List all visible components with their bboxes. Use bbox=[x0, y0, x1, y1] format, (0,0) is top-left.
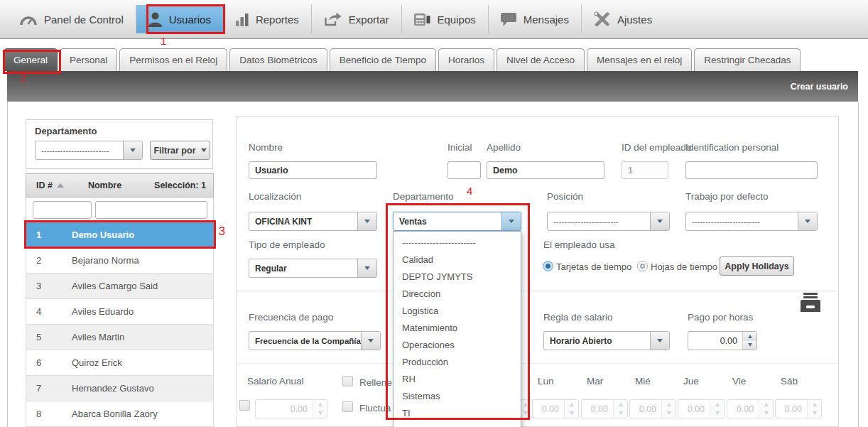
frecuencia-pago-select[interactable]: Frecuencia de la Compañía bbox=[249, 331, 381, 350]
nav-item-exportar[interactable]: Exportar bbox=[312, 5, 402, 33]
radio-dot bbox=[546, 264, 550, 269]
tipo-empleado-select[interactable]: Regular bbox=[249, 259, 377, 278]
dropdown-arrow-button[interactable] bbox=[650, 332, 669, 350]
tab-restringir-checadas[interactable]: Restringir Checadas bbox=[694, 48, 801, 71]
apply-holidays-button[interactable]: Apply Holidays bbox=[720, 256, 794, 276]
chevron-down-icon bbox=[130, 148, 136, 152]
row-id: 4 bbox=[26, 306, 72, 317]
dropdown-arrow-button[interactable] bbox=[501, 212, 521, 230]
dropdown-arrow-button[interactable] bbox=[357, 259, 376, 277]
table-filter-id-input[interactable] bbox=[33, 201, 92, 219]
dropdown-option[interactable]: ------------------------ bbox=[394, 234, 521, 252]
tarjetas-de-tiempo-label: Tarjetas de tiempo bbox=[556, 261, 631, 272]
dropdown-option[interactable]: Ventas bbox=[394, 422, 521, 427]
table-row[interactable]: 7 Hernandez Gustavo bbox=[26, 376, 214, 401]
salario-anual-checkbox[interactable] bbox=[239, 400, 250, 411]
fluctua-checkbox[interactable] bbox=[342, 401, 353, 412]
id-empleado-label: ID del empleado bbox=[622, 142, 691, 153]
row-name: Hernandez Gustavo bbox=[72, 383, 213, 394]
department-filter-select[interactable]: ------------------------- bbox=[35, 141, 143, 160]
hojas-de-tiempo-radio[interactable] bbox=[637, 261, 648, 271]
inicial-input[interactable] bbox=[447, 161, 481, 179]
row-id: 1 bbox=[26, 229, 72, 240]
table-row[interactable]: 4 Aviles Eduardo bbox=[26, 299, 214, 325]
dropdown-arrow-button[interactable] bbox=[123, 141, 142, 159]
tab-mensajes-en-el-reloj[interactable]: Mensajes en el reloj bbox=[587, 48, 692, 71]
dropdown-option[interactable]: RH bbox=[394, 371, 521, 388]
rellene-checkbox[interactable] bbox=[342, 376, 353, 387]
dropdown-option[interactable]: DEPTO JYMYTS bbox=[394, 269, 521, 286]
localizacion-select[interactable]: OFICINA KINT bbox=[249, 212, 377, 231]
tab-label: Datos Biométricos bbox=[239, 55, 318, 65]
tab-horarios[interactable]: Horarios bbox=[438, 48, 494, 71]
dropdown-option[interactable]: Direccion bbox=[394, 286, 521, 303]
column-header-name[interactable]: Nombre bbox=[88, 180, 121, 190]
dropdown-option[interactable]: Logistica bbox=[394, 303, 521, 320]
departamento-select[interactable]: Ventas bbox=[393, 212, 521, 231]
filter-by-button[interactable]: Filtrar por bbox=[150, 141, 210, 160]
nav-item-ajustes[interactable]: Ajustes bbox=[582, 5, 664, 33]
spinner-down-button[interactable] bbox=[743, 341, 756, 350]
annotation-number-3: 3 bbox=[219, 225, 225, 238]
nav-item-mensajes[interactable]: Mensajes bbox=[489, 5, 582, 33]
row-name: Quiroz Erick bbox=[72, 357, 213, 368]
tab-label: General bbox=[13, 55, 48, 65]
dropdown-arrow-button[interactable] bbox=[361, 332, 380, 350]
chevron-down-icon bbox=[805, 220, 810, 223]
spinner-arrows bbox=[613, 400, 627, 418]
nav-item-equipos[interactable]: Equipos bbox=[402, 5, 489, 33]
dropdown-arrow-button[interactable] bbox=[357, 212, 376, 230]
regla-salario-select[interactable]: Horario Abierto bbox=[543, 331, 670, 350]
tarjetas-de-tiempo-radio[interactable] bbox=[543, 261, 553, 271]
spinner-up-button[interactable] bbox=[743, 332, 756, 341]
chevron-down-icon bbox=[364, 266, 370, 270]
pago-por-horas-spinner[interactable]: 0.00 bbox=[688, 331, 757, 350]
nav-item-reportes[interactable]: Reportes bbox=[224, 5, 312, 33]
table-row[interactable]: 3 Aviles Camargo Said bbox=[26, 274, 214, 299]
table-row-selected[interactable]: 1 Demo Usuario bbox=[26, 222, 214, 248]
dropdown-option[interactable]: Producción bbox=[394, 354, 521, 371]
printer-icon[interactable] bbox=[800, 293, 821, 312]
user-table-filter-row bbox=[26, 198, 214, 222]
spinner-up-button bbox=[710, 400, 724, 409]
tab-label: Restringir Checadas bbox=[704, 55, 791, 65]
tab-permisos-en-el-reloj[interactable]: Permisos en el Reloj bbox=[119, 48, 227, 71]
tab-personal[interactable]: Personal bbox=[60, 48, 117, 71]
tab-beneficio-de-tiempo[interactable]: Beneficio de Tiempo bbox=[330, 48, 436, 71]
apellido-input[interactable] bbox=[487, 161, 604, 179]
create-user-button[interactable]: Crear usuario bbox=[791, 82, 848, 92]
sort-ascending-icon[interactable] bbox=[57, 183, 64, 188]
nav-item-usuarios[interactable]: Usuarios bbox=[136, 5, 224, 33]
radio-dot bbox=[640, 264, 645, 269]
table-row[interactable]: 8 Abarca Bonilla Zaory bbox=[26, 401, 214, 427]
nombre-input[interactable] bbox=[249, 161, 377, 179]
row-id: 3 bbox=[26, 281, 72, 291]
dropdown-arrow-button[interactable] bbox=[798, 212, 817, 230]
table-row[interactable]: 6 Quiroz Erick bbox=[26, 350, 214, 376]
dropdown-option[interactable]: TI bbox=[394, 405, 521, 422]
dropdown-option[interactable]: Operaciones bbox=[394, 337, 521, 354]
dropdown-option[interactable]: Calidad bbox=[394, 252, 521, 269]
dropdown-arrow-button[interactable] bbox=[650, 212, 669, 230]
nav-item-label: Mensajes bbox=[523, 13, 569, 26]
table-row[interactable]: 2 Bejarano Norma bbox=[26, 248, 214, 274]
select-value: ------------------------- bbox=[686, 212, 798, 230]
dropdown-option[interactable]: Matenimiento bbox=[394, 320, 521, 337]
table-filter-name-input[interactable] bbox=[95, 201, 207, 219]
tab-nivel-de-acceso[interactable]: Nivel de Acceso bbox=[497, 48, 585, 71]
dashboard-icon bbox=[19, 13, 37, 26]
nav-item-panel-de-control[interactable]: Panel de Control bbox=[7, 5, 136, 33]
trabajo-defecto-select[interactable]: ------------------------- bbox=[685, 212, 818, 231]
tab-datos-biometricos[interactable]: Datos Biométricos bbox=[229, 48, 327, 71]
row-name: Aviles Martin bbox=[72, 332, 213, 342]
identificacion-input[interactable] bbox=[685, 161, 818, 179]
spinner-down-button bbox=[759, 409, 773, 418]
dropdown-option[interactable]: Sistemas bbox=[394, 388, 521, 405]
spinner-down-button bbox=[313, 409, 327, 418]
posicion-select[interactable]: ------------------------ bbox=[547, 212, 670, 231]
column-header-id[interactable]: ID # bbox=[26, 180, 53, 190]
tab-general[interactable]: General bbox=[4, 48, 58, 71]
chevron-down-icon bbox=[509, 220, 514, 223]
mie-label: Mié bbox=[635, 376, 651, 387]
table-row[interactable]: 5 Aviles Martin bbox=[26, 325, 214, 350]
